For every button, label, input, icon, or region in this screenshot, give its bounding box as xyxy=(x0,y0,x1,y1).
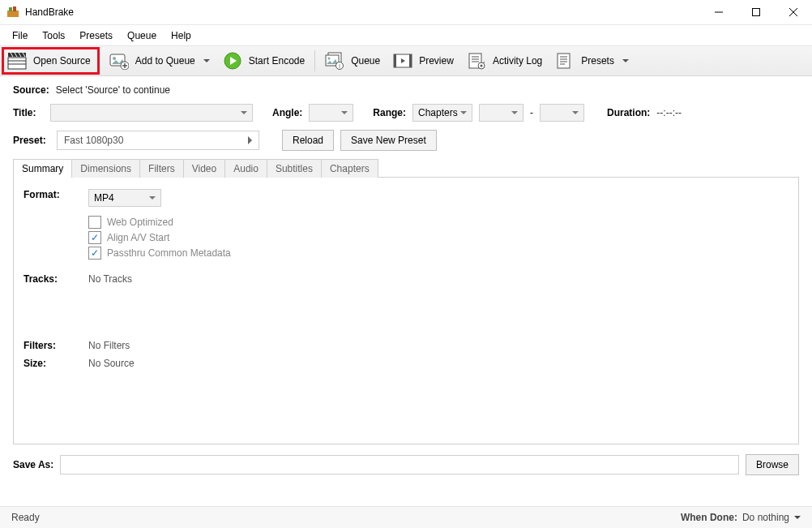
start-encode-button[interactable]: Start Encode xyxy=(216,49,311,72)
range-label: Range: xyxy=(373,107,406,118)
presets-button[interactable]: Presets xyxy=(549,49,635,72)
activity-log-label: Activity Log xyxy=(493,55,542,67)
angle-dropdown[interactable] xyxy=(309,104,353,122)
toolbar-separator xyxy=(314,50,315,71)
duration-value: --:--:-- xyxy=(656,107,682,118)
svg-rect-28 xyxy=(394,54,396,67)
range-mode-value: Chapters xyxy=(418,107,458,118)
angle-label: Angle: xyxy=(272,107,302,118)
format-label: Format: xyxy=(24,189,88,200)
range-start-dropdown[interactable] xyxy=(479,104,524,122)
preview-button[interactable]: Preview xyxy=(387,49,460,72)
queue-icon: i xyxy=(325,52,344,70)
checkbox-icon xyxy=(88,247,101,260)
title-dropdown[interactable] xyxy=(50,104,253,122)
menu-help[interactable]: Help xyxy=(164,27,199,45)
save-as-row: Save As: Browse xyxy=(0,444,812,475)
tab-filters[interactable]: Filters xyxy=(139,159,184,178)
tab-audio[interactable]: Audio xyxy=(224,159,267,178)
presets-label: Presets xyxy=(581,55,614,67)
browse-button[interactable]: Browse xyxy=(746,454,799,475)
tab-summary[interactable]: Summary xyxy=(13,159,72,178)
range-dash: - xyxy=(530,107,533,118)
titlebar: HandBrake xyxy=(0,0,812,25)
menubar: File Tools Presets Queue Help xyxy=(0,25,812,45)
reload-preset-button[interactable]: Reload xyxy=(282,130,334,151)
checkbox-icon xyxy=(88,216,101,229)
web-optimized-checkbox[interactable]: Web Optimized xyxy=(88,216,231,229)
save-new-preset-button[interactable]: Save New Preset xyxy=(340,130,437,151)
clapperboard-icon xyxy=(7,52,27,70)
format-dropdown[interactable]: MP4 xyxy=(88,189,161,207)
activity-log-icon xyxy=(467,52,486,70)
menu-tools[interactable]: Tools xyxy=(35,27,72,45)
source-label: Source: xyxy=(13,84,49,96)
open-source-label: Open Source xyxy=(33,55,91,67)
filters-value: No Filters xyxy=(88,340,130,351)
duration-label: Duration: xyxy=(607,107,650,118)
source-hint: Select 'Source' to continue xyxy=(56,84,170,96)
tracks-value: No Tracks xyxy=(88,273,132,285)
add-to-queue-button[interactable]: Add to Queue xyxy=(103,49,216,72)
toolbar: Open Source Add to Queue Start Encode i … xyxy=(0,45,812,76)
queue-button[interactable]: i Queue xyxy=(318,49,387,72)
align-av-label: Align A/V Start xyxy=(107,232,169,243)
window-title: HandBrake xyxy=(25,6,74,18)
when-done-value: Do nothing xyxy=(742,512,789,523)
tab-dimensions[interactable]: Dimensions xyxy=(71,159,140,178)
svg-point-24 xyxy=(328,58,331,60)
svg-rect-0 xyxy=(7,11,19,17)
content-area: Source: Select 'Source' to continue Titl… xyxy=(0,76,812,444)
preview-icon xyxy=(393,52,412,70)
size-label: Size: xyxy=(24,358,88,369)
open-source-button[interactable]: Open Source xyxy=(2,47,100,75)
title-label: Title: xyxy=(13,107,44,118)
range-end-dropdown[interactable] xyxy=(540,104,584,122)
size-value: No Source xyxy=(88,358,135,369)
svg-rect-1 xyxy=(9,7,12,11)
format-value: MP4 xyxy=(94,192,114,204)
svg-rect-29 xyxy=(409,54,412,67)
tabs: Summary Dimensions Filters Video Audio S… xyxy=(13,159,799,178)
presets-icon xyxy=(555,52,575,70)
activity-log-button[interactable]: Activity Log xyxy=(460,49,549,72)
preset-label: Preset: xyxy=(13,135,50,146)
close-button[interactable] xyxy=(775,0,812,24)
when-done-label: When Done: xyxy=(681,512,737,523)
menu-file[interactable]: File xyxy=(5,27,35,45)
tab-chapters[interactable]: Chapters xyxy=(321,159,378,178)
chevron-down-icon xyxy=(203,59,210,62)
add-to-queue-icon xyxy=(109,52,129,70)
summary-panel: Format: MP4 Web Optimized Align A/V Star… xyxy=(13,177,799,444)
svg-rect-4 xyxy=(753,9,760,16)
passthru-label: Passthru Common Metadata xyxy=(107,247,231,259)
checkbox-icon xyxy=(88,231,101,244)
source-row: Source: Select 'Source' to continue xyxy=(13,84,799,96)
svg-point-16 xyxy=(113,57,116,60)
svg-line-38 xyxy=(483,62,485,63)
range-mode-dropdown[interactable]: Chapters xyxy=(412,104,472,122)
save-as-label: Save As: xyxy=(13,459,53,470)
preview-label: Preview xyxy=(419,55,454,67)
maximize-button[interactable] xyxy=(737,0,775,24)
add-to-queue-label: Add to Queue xyxy=(135,55,195,67)
passthru-checkbox[interactable]: Passthru Common Metadata xyxy=(88,247,231,260)
menu-presets[interactable]: Presets xyxy=(72,27,120,45)
save-as-input[interactable] xyxy=(60,455,739,474)
svg-rect-7 xyxy=(8,58,26,69)
minimize-button[interactable] xyxy=(700,0,737,24)
tab-video[interactable]: Video xyxy=(183,159,225,178)
preset-row: Preset: Fast 1080p30 Reload Save New Pre… xyxy=(13,130,799,151)
menu-queue[interactable]: Queue xyxy=(120,27,164,45)
when-done-dropdown[interactable]: Do nothing xyxy=(742,512,801,523)
status-text: Ready xyxy=(11,512,40,523)
filters-label: Filters: xyxy=(24,340,88,351)
preset-value: Fast 1080p30 xyxy=(64,135,123,146)
title-row: Title: Angle: Range: Chapters - Duration… xyxy=(13,104,799,122)
statusbar: Ready When Done: Do nothing xyxy=(0,506,812,528)
tab-subtitles[interactable]: Subtitles xyxy=(267,159,322,178)
start-encode-label: Start Encode xyxy=(249,55,305,67)
svg-rect-39 xyxy=(558,54,570,68)
preset-selector[interactable]: Fast 1080p30 xyxy=(57,131,259,150)
align-av-checkbox[interactable]: Align A/V Start xyxy=(88,231,231,244)
